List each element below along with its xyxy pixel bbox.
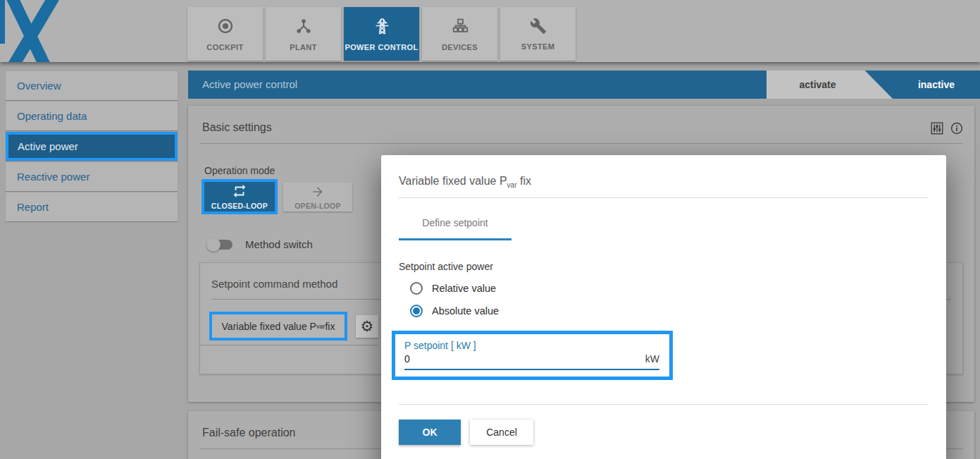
radio-label: Absolute value: [432, 305, 499, 317]
radio-unselected-icon: [410, 282, 423, 295]
sidebar-item-active-power[interactable]: Active power: [6, 132, 178, 161]
radio-absolute-value[interactable]: Absolute value: [410, 305, 929, 317]
setpoint-group-label: Setpoint active power: [399, 261, 929, 272]
nav-label: DEVICES: [442, 43, 478, 51]
section-header-bar: Active power control activate inactive: [188, 71, 980, 99]
toggle-thumb: [206, 238, 221, 252]
nav-label: COCKPIT: [206, 43, 243, 51]
closed-loop-label: CLOSED-LOOP: [211, 202, 268, 210]
p-setpoint-highlight-box: P setpoint [ kW ] 0 kW: [392, 331, 673, 380]
p-setpoint-unit: kW: [645, 353, 659, 365]
sidebar-item-label: Overview: [17, 80, 61, 92]
app-logo: [0, 0, 77, 62]
main-nav: COCKPIT PLANT: [187, 7, 576, 61]
nav-tab-system[interactable]: SYSTEM: [500, 7, 576, 61]
nav-tab-cockpit[interactable]: COCKPIT: [187, 7, 263, 61]
tab-define-setpoint[interactable]: Define setpoint: [399, 217, 511, 240]
inactive-tab-label: inactive: [918, 79, 955, 90]
nav-tab-power-control[interactable]: POWER CONTROL: [344, 7, 419, 61]
sidebar-item-operating-data[interactable]: Operating data: [6, 102, 178, 130]
p-setpoint-value: 0: [404, 353, 410, 365]
wrench-icon: [530, 18, 547, 37]
nav-tab-devices[interactable]: DEVICES: [422, 7, 497, 61]
plant-hub-icon: [294, 17, 313, 38]
gear-icon[interactable]: ⚙: [356, 315, 378, 338]
open-loop-button[interactable]: OPEN-LOOP: [283, 183, 352, 212]
radio-relative-value[interactable]: Relative value: [410, 282, 929, 295]
dialog-title: Variable fixed value Pvar fix: [399, 155, 929, 189]
divider: [399, 404, 929, 405]
nav-tab-plant[interactable]: PLANT: [266, 7, 341, 61]
cancel-button[interactable]: Cancel: [470, 420, 533, 445]
closed-loop-button[interactable]: CLOSED-LOOP: [201, 179, 278, 214]
method-label-suffix: fix: [325, 321, 335, 332]
divider: [199, 143, 963, 144]
arrow-right-icon: [311, 185, 325, 200]
operation-mode-label: Operation mode: [204, 165, 275, 176]
setpoint-method-select[interactable]: Variable fixed value Pvar fix: [209, 312, 347, 341]
radio-selected-icon: [410, 305, 423, 317]
method-label-sub: var: [316, 323, 325, 330]
p-setpoint-input[interactable]: 0 kW: [404, 353, 659, 370]
nav-label: PLANT: [290, 43, 317, 51]
inactive-tab[interactable]: inactive: [893, 71, 980, 99]
tune-icon[interactable]: [931, 122, 943, 135]
activate-tab-label: activate: [799, 79, 836, 90]
power-tower-icon: [373, 17, 391, 38]
method-label: Variable fixed value P: [222, 321, 316, 332]
sidebar-item-label: Reactive power: [17, 171, 89, 183]
sidebar-item-label: Active power: [18, 140, 78, 152]
setpoint-dialog: Variable fixed value Pvar fix Define set…: [381, 155, 946, 459]
sidebar-item-label: Report: [17, 201, 49, 213]
basic-settings-title: Basic settings: [188, 106, 974, 143]
info-icon[interactable]: [950, 122, 963, 135]
open-loop-label: OPEN-LOOP: [294, 202, 341, 210]
top-bar: COCKPIT PLANT: [0, 0, 980, 62]
nav-label: SYSTEM: [521, 42, 555, 51]
radio-label: Relative value: [432, 283, 496, 294]
devices-sitemap-icon: [451, 17, 469, 38]
sidebar-item-report[interactable]: Report: [6, 192, 178, 221]
page-title: Active power control: [202, 71, 297, 99]
cockpit-target-icon: [216, 17, 235, 38]
sidebar-item-overview[interactable]: Overview: [6, 71, 178, 100]
divider: [200, 345, 378, 345]
activate-tab[interactable]: activate: [767, 71, 893, 99]
method-switch-toggle[interactable]: [209, 240, 232, 250]
divider: [399, 197, 929, 198]
sidebar-item-label: Operating data: [17, 110, 87, 122]
repeat-loop-icon: [232, 183, 247, 200]
nav-label: POWER CONTROL: [345, 43, 418, 51]
ok-button[interactable]: OK: [399, 420, 461, 445]
p-setpoint-label: P setpoint [ kW ]: [404, 340, 669, 351]
sidebar-item-reactive-power[interactable]: Reactive power: [6, 162, 178, 191]
method-switch-label: Method switch: [245, 238, 313, 250]
